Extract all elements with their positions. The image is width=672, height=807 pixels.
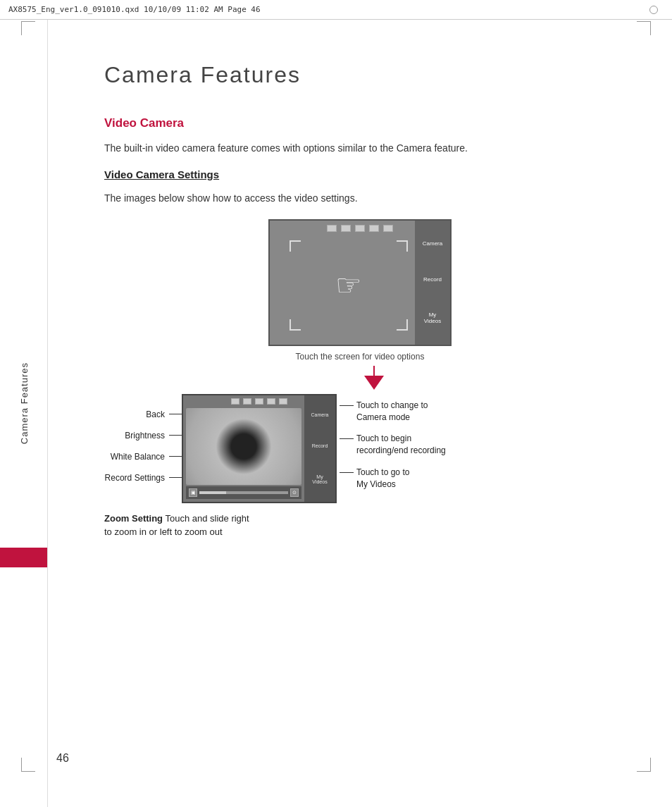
- image1-caption: Touch the screen for video options: [296, 352, 425, 362]
- arrow-line-top: [373, 366, 375, 376]
- top-icons-2: [231, 398, 287, 405]
- label-wb-row: White Balance: [104, 452, 182, 462]
- right-annotations: Touch to change toCamera mode Touch to b…: [337, 394, 449, 500]
- label-myvideos-line: [340, 472, 354, 473]
- top-icons-1: [327, 225, 393, 232]
- arrow-down-icon: [364, 376, 384, 390]
- zoom-bar: ▣ ⊙: [186, 486, 301, 499]
- menu-record-1: Record: [423, 276, 442, 283]
- icon2-box-5: [279, 398, 287, 405]
- icon-box-5: [383, 225, 393, 232]
- icon2-box-4: [267, 398, 275, 405]
- bracket-tr: [397, 240, 408, 252]
- header-text: AX8575_Eng_ver1.0_091010.qxd 10/10/09 11…: [8, 5, 644, 14]
- sidebar: Camera Features: [0, 0, 48, 807]
- label-brightness-row: Brightness: [104, 431, 182, 441]
- bracket-tl: [290, 240, 301, 252]
- label-record-desc: Touch to beginrecording/end recording: [354, 433, 446, 457]
- label-brightness: Brightness: [125, 431, 169, 441]
- label-brightness-line: [169, 435, 182, 436]
- annotated-section: Back Brightness White Balance Record Set…: [104, 394, 616, 503]
- left-annotations: Back Brightness White Balance Record Set…: [104, 394, 182, 483]
- page-number: 46: [56, 752, 69, 765]
- section-heading: Video Camera: [104, 116, 616, 130]
- phone-menu-2: Camera Record MyVideos: [304, 395, 335, 502]
- sidebar-label: Camera Features: [19, 362, 30, 444]
- label-wb-line: [169, 456, 182, 457]
- label-record-line: [340, 438, 354, 439]
- icon-box-4: [369, 225, 379, 232]
- icon2-box-2: [243, 398, 251, 405]
- image1-wrap: ☞ Camera Record MyVideos Touch the scree…: [104, 219, 616, 362]
- zoom-fill: [199, 491, 226, 494]
- phone-menu-1: Camera Record MyVideos: [415, 221, 450, 345]
- icon2-box-3: [255, 398, 263, 405]
- arrow-down-wrap: [132, 366, 616, 390]
- label-rs-line: [169, 477, 182, 478]
- menu-myvideos-2: MyVideos: [312, 474, 327, 484]
- menu-myvideos-1: MyVideos: [424, 312, 441, 324]
- phone-screen-2: ▣ ⊙ Camera Record MyVideos: [182, 394, 337, 503]
- sub-heading: Video Camera Settings: [104, 168, 616, 180]
- label-white-balance: White Balance: [111, 452, 169, 462]
- corner-br: [637, 758, 651, 772]
- label-camera-mode: Touch to change toCamera mode: [354, 400, 428, 424]
- label-record-settings: Record Settings: [105, 473, 169, 483]
- label-back-line: [169, 414, 182, 414]
- label-record-row: Touch to beginrecording/end recording: [340, 433, 449, 457]
- phone-screen-1: ☞ Camera Record MyVideos: [268, 219, 452, 346]
- main-content: Camera Features Video Camera The built-i…: [48, 20, 672, 581]
- label-record-settings-row: Record Settings: [104, 473, 182, 483]
- label-back: Back: [146, 409, 169, 419]
- label-myvideos-row: Touch to go toMy Videos: [340, 467, 449, 491]
- body-text-2: The images below show how to access the …: [104, 190, 471, 206]
- zoom-icon-right: ⊙: [290, 488, 299, 497]
- bracket-bl: [290, 319, 301, 331]
- bracket-br: [397, 319, 408, 331]
- icon-box-2: [341, 225, 351, 232]
- zoom-caption-bold: Zoom Setting: [104, 513, 163, 524]
- icon-box-1: [327, 225, 337, 232]
- zoom-track: [199, 491, 288, 494]
- zoom-caption: Zoom Setting Touch and slide right to zo…: [104, 512, 259, 539]
- page-title: Camera Features: [104, 62, 616, 88]
- label-camera-mode-line: [340, 405, 354, 406]
- icon-box-3: [355, 225, 365, 232]
- hand-pointer-icon: ☞: [335, 268, 362, 302]
- label-myvideos-desc: Touch to go toMy Videos: [354, 467, 409, 491]
- header-circle-icon: [649, 6, 658, 14]
- flower-image: [186, 408, 301, 485]
- label-camera-mode-row: Touch to change toCamera mode: [340, 400, 449, 424]
- menu-record-2: Record: [312, 443, 328, 448]
- menu-camera-2: Camera: [311, 412, 329, 417]
- label-back-row: Back: [104, 409, 182, 419]
- focus-frame: ☞: [290, 240, 408, 331]
- menu-camera-1: Camera: [423, 240, 442, 247]
- zoom-icon-left: ▣: [189, 488, 197, 497]
- icon2-box-1: [231, 398, 239, 405]
- header-bar: AX8575_Eng_ver1.0_091010.qxd 10/10/09 11…: [0, 0, 672, 20]
- body-text-1: The built-in video camera feature comes …: [104, 140, 471, 156]
- sidebar-tab: [0, 548, 48, 567]
